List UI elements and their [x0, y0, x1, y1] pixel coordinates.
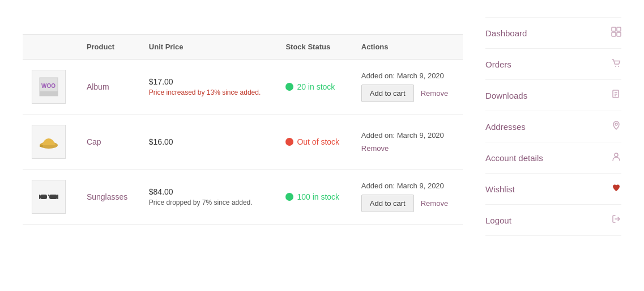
svg-rect-2: [40, 91, 58, 96]
stock-status-cap: Out of stock: [285, 137, 343, 146]
svg-text:WOO: WOO: [41, 83, 56, 89]
sidebar-icon-downloads: [611, 89, 621, 102]
svg-point-21: [615, 153, 618, 157]
add-to-cart-button-sunglasses[interactable]: Add to cart: [361, 195, 414, 212]
sidebar-item-addresses[interactable]: Addresses: [485, 111, 621, 142]
sidebar-item-wishlist[interactable]: Wishlist: [485, 174, 621, 205]
sidebar-icon-dashboard: [611, 27, 621, 39]
col-stock: Stock Status: [276, 35, 352, 60]
product-link-album[interactable]: Album: [87, 82, 109, 91]
svg-rect-6: [57, 195, 58, 199]
action-row-sunglasses: Add to cart Remove: [361, 195, 454, 212]
svg-rect-9: [49, 195, 57, 199]
table-row: Cap$16.00Out of stockAdded on: March 9, …: [23, 115, 463, 170]
svg-rect-11: [617, 27, 621, 31]
svg-rect-7: [40, 195, 47, 199]
svg-rect-5: [39, 195, 40, 199]
page-container: Product Unit Price Stock Status Actions …: [0, 0, 644, 253]
svg-rect-4: [40, 145, 43, 147]
sidebar-icon-wishlist: [611, 183, 621, 195]
product-image-album: WOO: [32, 70, 66, 104]
sidebar-label-downloads: Downloads: [485, 91, 527, 100]
product-price-sunglasses: $84.00: [149, 187, 268, 196]
sidebar-icon-account-details: [611, 151, 621, 164]
table-row: Sunglasses$84.00Price dropped by 7% sinc…: [23, 170, 463, 225]
product-link-sunglasses[interactable]: Sunglasses: [87, 192, 127, 201]
col-image: [23, 35, 78, 60]
add-to-cart-button-album[interactable]: Add to cart: [361, 85, 414, 102]
svg-point-14: [615, 66, 616, 67]
product-price-cap: $16.00: [149, 137, 268, 146]
sidebar-item-logout[interactable]: Logout: [485, 205, 621, 236]
stock-status-sunglasses: 100 in stock: [285, 192, 343, 201]
product-price-album: $17.00: [149, 77, 268, 86]
sidebar-label-account-details: Account details: [485, 153, 543, 163]
col-actions: Actions: [352, 35, 463, 60]
svg-point-15: [618, 66, 619, 67]
svg-point-20: [615, 123, 617, 125]
main-content: Product Unit Price Stock Status Actions …: [23, 17, 463, 236]
price-note-album: Price increased by 13% since added.: [149, 88, 268, 96]
remove-link-album[interactable]: Remove: [421, 89, 448, 98]
svg-rect-10: [612, 27, 616, 31]
sidebar-label-orders: Orders: [485, 60, 511, 69]
svg-rect-8: [48, 195, 49, 196]
sidebar-label-dashboard: Dashboard: [485, 28, 527, 38]
wishlist-table: Product Unit Price Stock Status Actions …: [23, 34, 463, 225]
sidebar-item-account-details[interactable]: Account details: [485, 142, 621, 174]
sidebar-label-addresses: Addresses: [485, 122, 526, 132]
product-image-sunglasses: [32, 180, 66, 214]
remove-link-sunglasses[interactable]: Remove: [421, 199, 448, 208]
action-row-album: Add to cart Remove: [361, 85, 454, 102]
product-image-cap: [32, 125, 66, 159]
sidebar-icon-addresses: [611, 120, 621, 133]
sidebar-icon-orders: [611, 58, 621, 70]
table-row: WOO Album$17.00Price increased by 13% si…: [23, 60, 463, 115]
sidebar-label-logout: Logout: [485, 216, 511, 225]
added-date-cap: Added on: March 9, 2020: [361, 131, 454, 140]
remove-link-cap[interactable]: Remove: [361, 144, 454, 153]
sidebar: Dashboard Orders Downloads Addresses Acc…: [485, 17, 621, 236]
col-price: Unit Price: [140, 35, 277, 60]
price-note-sunglasses: Price dropped by 7% since added.: [149, 199, 268, 206]
sidebar-item-dashboard[interactable]: Dashboard: [485, 17, 621, 49]
green-dot: [285, 193, 293, 201]
added-date-sunglasses: Added on: March 9, 2020: [361, 182, 454, 190]
sidebar-icon-logout: [611, 214, 621, 226]
svg-rect-13: [617, 32, 621, 36]
added-date-album: Added on: March 9, 2020: [361, 71, 454, 80]
product-link-cap[interactable]: Cap: [87, 137, 101, 146]
red-dot: [285, 138, 293, 146]
svg-rect-12: [612, 32, 616, 36]
sidebar-item-orders[interactable]: Orders: [485, 49, 621, 80]
sidebar-label-wishlist: Wishlist: [485, 184, 515, 194]
col-product: Product: [78, 35, 140, 60]
green-dot: [285, 83, 293, 91]
stock-status-album: 20 in stock: [285, 82, 343, 91]
sidebar-item-downloads[interactable]: Downloads: [485, 80, 621, 111]
